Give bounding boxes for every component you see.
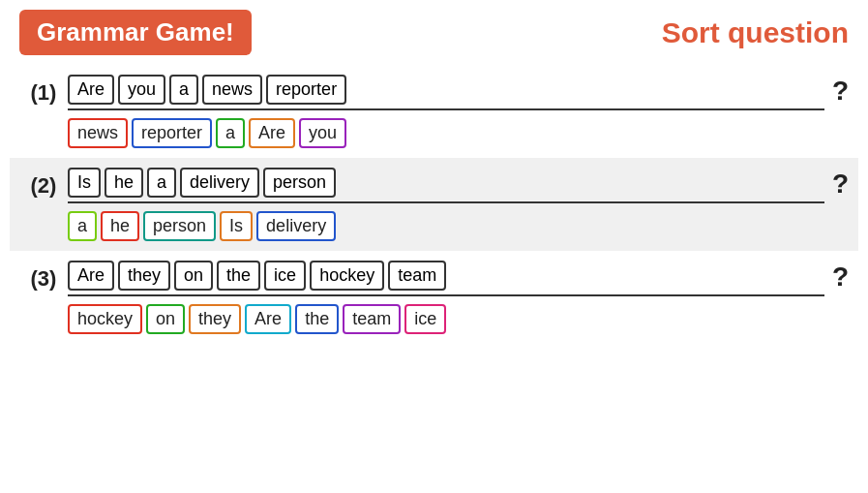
header: Grammar Game! Sort question xyxy=(0,0,868,65)
question-mark-1: ? xyxy=(832,76,849,110)
sentence-word-3-2: they xyxy=(118,261,170,291)
scrambled-words-3: hockeyontheyAretheteamice xyxy=(68,304,849,334)
questions-container: (1)Areyouanewsreporter?newsreporteraArey… xyxy=(0,65,868,344)
question-number-3: (3) xyxy=(19,266,68,292)
sentence-word-1-3: a xyxy=(169,75,198,105)
sentence-word-3-1: Are xyxy=(68,261,114,291)
scrambled-word-2-2: he xyxy=(101,211,139,241)
sentence-words-3: Aretheyontheicehockeyteam xyxy=(68,261,824,296)
scrambled-word-3-1: hockey xyxy=(68,304,142,334)
sentence-word-3-3: on xyxy=(174,261,213,291)
question-2: (2)Isheadeliveryperson?ahepersonIsdelive… xyxy=(10,158,858,251)
scrambled-row-2: ahepersonIsdelivery xyxy=(10,207,858,251)
question-number-1: (1) xyxy=(19,80,68,106)
scrambled-word-2-4: Is xyxy=(220,211,253,241)
scrambled-word-3-7: ice xyxy=(404,304,446,334)
scrambled-word-2-3: person xyxy=(143,211,216,241)
scrambled-words-1: newsreporteraAreyou xyxy=(68,118,849,148)
scrambled-word-1-1: news xyxy=(68,118,128,148)
sentence-row-1: (1)Areyouanewsreporter? xyxy=(10,65,858,114)
scrambled-word-3-6: team xyxy=(343,304,401,334)
sentence-word-3-5: ice xyxy=(264,261,306,291)
scrambled-word-2-1: a xyxy=(68,211,97,241)
sentence-word-3-7: team xyxy=(388,261,446,291)
sentence-word-1-4: news xyxy=(202,75,262,105)
sentence-word-3-6: hockey xyxy=(310,261,384,291)
grammar-badge: Grammar Game! xyxy=(19,10,252,55)
scrambled-word-3-2: on xyxy=(146,304,185,334)
sentence-word-1-1: Are xyxy=(68,75,114,105)
scrambled-word-3-4: Are xyxy=(245,304,291,334)
question-1: (1)Areyouanewsreporter?newsreporteraArey… xyxy=(10,65,858,158)
sentence-word-2-4: delivery xyxy=(180,168,259,198)
question-mark-2: ? xyxy=(832,169,849,203)
question-mark-3: ? xyxy=(832,262,849,296)
scrambled-word-1-2: reporter xyxy=(132,118,212,148)
scrambled-row-1: newsreporteraAreyou xyxy=(10,114,858,158)
question-3: (3)Aretheyontheicehockeyteam?hockeyonthe… xyxy=(10,251,858,344)
sentence-words-2: Isheadeliveryperson xyxy=(68,168,824,203)
sentence-word-2-5: person xyxy=(263,168,336,198)
sentence-word-2-3: a xyxy=(147,168,176,198)
scrambled-word-1-3: a xyxy=(216,118,245,148)
sentence-row-3: (3)Aretheyontheicehockeyteam? xyxy=(10,251,858,300)
scrambled-row-3: hockeyontheyAretheteamice xyxy=(10,300,858,344)
sentence-row-2: (2)Isheadeliveryperson? xyxy=(10,158,858,207)
scrambled-word-3-3: they xyxy=(189,304,241,334)
scrambled-word-3-5: the xyxy=(295,304,339,334)
sentence-word-2-2: he xyxy=(105,168,143,198)
scrambled-word-1-4: Are xyxy=(249,118,295,148)
sentence-word-1-2: you xyxy=(118,75,165,105)
scrambled-word-1-5: you xyxy=(299,118,346,148)
scrambled-words-2: ahepersonIsdelivery xyxy=(68,211,849,241)
page-title: Sort question xyxy=(662,16,849,49)
question-number-2: (2) xyxy=(19,173,68,199)
app-container: Grammar Game! Sort question (1)Areyouane… xyxy=(0,0,868,344)
sentence-word-1-5: reporter xyxy=(266,75,346,105)
sentence-words-1: Areyouanewsreporter xyxy=(68,75,824,110)
scrambled-word-2-5: delivery xyxy=(256,211,336,241)
sentence-word-2-1: Is xyxy=(68,168,101,198)
sentence-word-3-4: the xyxy=(217,261,260,291)
